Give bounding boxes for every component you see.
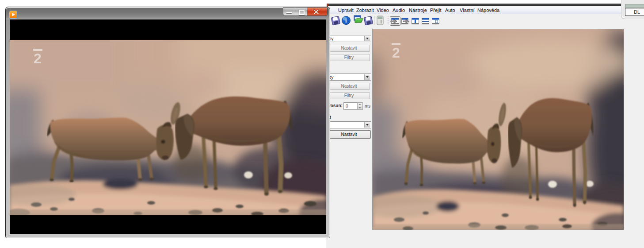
svg-text:2: 2 xyxy=(392,45,400,61)
svg-text:i: i xyxy=(345,17,347,24)
svg-text:2: 2 xyxy=(34,50,42,66)
